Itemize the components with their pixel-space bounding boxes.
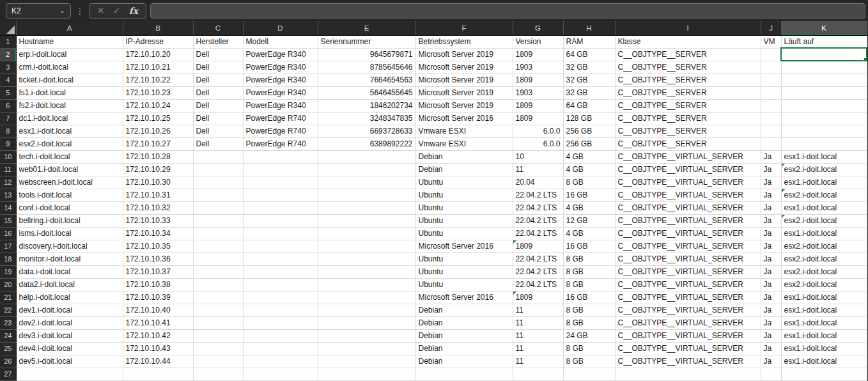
- cell-D17[interactable]: [243, 240, 318, 253]
- cell-A15[interactable]: bellring.i-doit.local: [16, 214, 123, 227]
- cell-K6[interactable]: [781, 99, 867, 112]
- cell-E13[interactable]: [318, 189, 415, 201]
- cell-I21[interactable]: C__OBJTYPE__VIRTUAL_SERVER: [615, 291, 761, 304]
- cell-D22[interactable]: [243, 304, 318, 316]
- cell-I6[interactable]: C__OBJTYPE__SERVER: [615, 99, 761, 112]
- cell-H19[interactable]: 8 GB: [563, 265, 615, 278]
- cell-B3[interactable]: 172.10.10.21: [123, 61, 193, 74]
- row-header-22[interactable]: 22: [0, 304, 16, 316]
- cell-D25[interactable]: [243, 342, 318, 355]
- cell-J16[interactable]: Ja: [761, 227, 781, 240]
- cell-C1[interactable]: Hersteller: [193, 35, 243, 48]
- cell-E6[interactable]: 1846202734: [318, 99, 415, 112]
- cell-K25[interactable]: esx1.i-doit.local: [781, 342, 867, 355]
- cell-D14[interactable]: [243, 201, 318, 214]
- cell-D11[interactable]: [243, 163, 318, 176]
- cell-H22[interactable]: 8 GB: [563, 304, 615, 316]
- cell-H12[interactable]: 8 GB: [563, 176, 615, 189]
- cell-C19[interactable]: [193, 265, 243, 278]
- cell-F4[interactable]: Microsoft Server 2019: [415, 74, 513, 86]
- cancel-icon[interactable]: ✕: [97, 6, 104, 15]
- cell-E14[interactable]: [318, 201, 415, 214]
- cell-A5[interactable]: fs1.i-doit.local: [16, 86, 123, 99]
- cell-H26[interactable]: 8 GB: [563, 355, 615, 368]
- cell-J13[interactable]: Ja: [761, 189, 781, 201]
- formula-bar-input[interactable]: [150, 3, 865, 19]
- cell-B1[interactable]: IP-Adresse: [123, 35, 193, 48]
- cell-D13[interactable]: [243, 189, 318, 201]
- cell-E25[interactable]: [318, 342, 415, 355]
- cell-H5[interactable]: 32 GB: [563, 86, 615, 99]
- cell-G11[interactable]: 11: [513, 163, 563, 176]
- cell-G17[interactable]: 1809: [513, 240, 563, 253]
- cell-C2[interactable]: Dell: [193, 48, 243, 61]
- cell-G15[interactable]: 22.04.2 LTS: [513, 214, 563, 227]
- cell-F3[interactable]: Microsoft Server 2019: [415, 61, 513, 74]
- cell-J19[interactable]: Ja: [761, 265, 781, 278]
- cell-H18[interactable]: 8 GB: [563, 253, 615, 265]
- cell-I17[interactable]: C__OBJTYPE__VIRTUAL_SERVER: [615, 240, 761, 253]
- cell-I16[interactable]: C__OBJTYPE__VIRTUAL_SERVER: [615, 227, 761, 240]
- cell-B25[interactable]: 172.10.10.43: [123, 342, 193, 355]
- cell-G7[interactable]: 1809: [513, 112, 563, 125]
- cell-K12[interactable]: esx1.i-doit.local: [781, 176, 867, 189]
- row-header-23[interactable]: 23: [0, 316, 16, 329]
- cell-H2[interactable]: 64 GB: [563, 48, 615, 61]
- cell-J27[interactable]: [761, 368, 781, 380]
- row-header-10[interactable]: 10: [0, 150, 16, 163]
- cell-C14[interactable]: [193, 201, 243, 214]
- cell-D23[interactable]: [243, 316, 318, 329]
- cell-A20[interactable]: data2.i-doit.local: [16, 278, 123, 291]
- cell-G4[interactable]: 1809: [513, 74, 563, 86]
- cell-C8[interactable]: Dell: [193, 125, 243, 137]
- cell-I9[interactable]: C__OBJTYPE__SERVER: [615, 137, 761, 150]
- cell-E2[interactable]: 9645679871: [318, 48, 415, 61]
- name-box[interactable]: K2 ⌄: [6, 3, 71, 19]
- cell-H16[interactable]: 4 GB: [563, 227, 615, 240]
- cell-J17[interactable]: Ja: [761, 240, 781, 253]
- cell-D6[interactable]: PowerEdge R340: [243, 99, 318, 112]
- cell-J15[interactable]: Ja: [761, 214, 781, 227]
- cell-G3[interactable]: 1903: [513, 61, 563, 74]
- cell-A10[interactable]: tech.i-doit.local: [16, 150, 123, 163]
- cell-B23[interactable]: 172.10.10.41: [123, 316, 193, 329]
- cell-J26[interactable]: Ja: [761, 355, 781, 368]
- cell-C4[interactable]: Dell: [193, 74, 243, 86]
- cell-I20[interactable]: C__OBJTYPE__VIRTUAL_SERVER: [615, 278, 761, 291]
- cell-F8[interactable]: Vmware ESXI: [415, 125, 513, 137]
- cell-A6[interactable]: fs2.i-doit.local: [16, 99, 123, 112]
- cell-F19[interactable]: Ubuntu: [415, 265, 513, 278]
- cell-C20[interactable]: [193, 278, 243, 291]
- cell-D16[interactable]: [243, 227, 318, 240]
- cell-F23[interactable]: Debian: [415, 316, 513, 329]
- cell-H7[interactable]: 128 GB: [563, 112, 615, 125]
- cell-F14[interactable]: Ubuntu: [415, 201, 513, 214]
- cell-I10[interactable]: C__OBJTYPE__VIRTUAL_SERVER: [615, 150, 761, 163]
- cell-K11[interactable]: esx2.i-doit.local: [781, 163, 867, 176]
- cell-K7[interactable]: [781, 112, 867, 125]
- row-header-4[interactable]: 4: [0, 74, 16, 86]
- cell-D2[interactable]: PowerEdge R340: [243, 48, 318, 61]
- cell-A17[interactable]: discovery.i-doit.local: [16, 240, 123, 253]
- cell-J20[interactable]: Ja: [761, 278, 781, 291]
- cell-J24[interactable]: Ja: [761, 329, 781, 342]
- row-header-15[interactable]: 15: [0, 214, 16, 227]
- cell-K26[interactable]: esx1.i-doit.local: [781, 355, 867, 368]
- cell-F9[interactable]: Vmware ESXI: [415, 137, 513, 150]
- cell-J22[interactable]: Ja: [761, 304, 781, 316]
- cell-G18[interactable]: 22.04.2 LTS: [513, 253, 563, 265]
- row-header-1[interactable]: 1: [0, 35, 16, 48]
- cell-I1[interactable]: Klasse: [615, 35, 761, 48]
- cell-C9[interactable]: Dell: [193, 137, 243, 150]
- cell-F27[interactable]: [415, 368, 513, 380]
- cell-E7[interactable]: 3248347835: [318, 112, 415, 125]
- cell-G6[interactable]: 1809: [513, 99, 563, 112]
- cell-K18[interactable]: esx2.i-doit.local: [781, 253, 867, 265]
- insert-function-icon[interactable]: fx: [129, 6, 138, 15]
- cell-H4[interactable]: 32 GB: [563, 74, 615, 86]
- cell-B14[interactable]: 172.10.10.32: [123, 201, 193, 214]
- cell-C3[interactable]: Dell: [193, 61, 243, 74]
- cell-J8[interactable]: [761, 125, 781, 137]
- row-header-14[interactable]: 14: [0, 201, 16, 214]
- row-header-24[interactable]: 24: [0, 329, 16, 342]
